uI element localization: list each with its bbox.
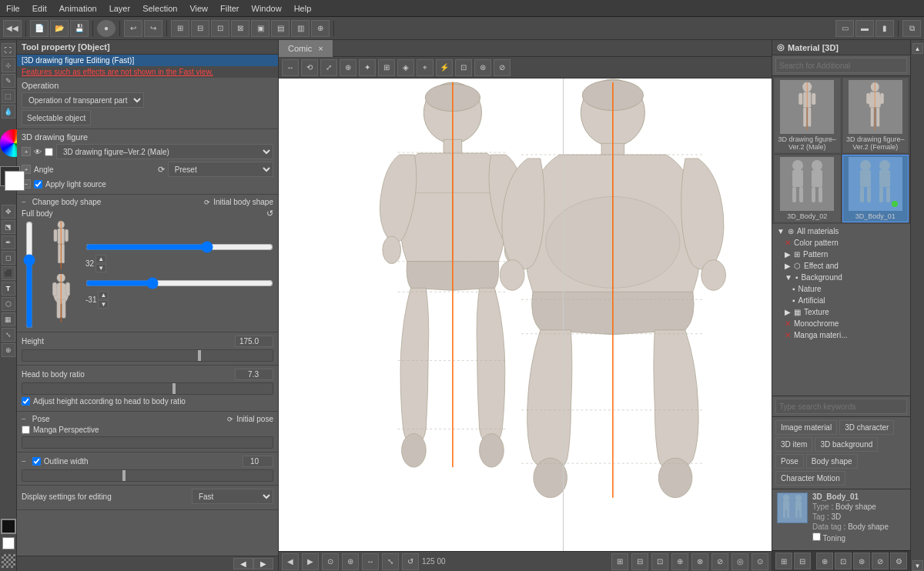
toolbar-op5[interactable]: ▣: [251, 20, 270, 37]
menu-window[interactable]: Window: [246, 2, 288, 15]
3d-tool-7[interactable]: ◈: [397, 59, 414, 76]
collapse-body[interactable]: −: [22, 198, 26, 206]
toolbar-save[interactable]: 💾: [70, 20, 89, 37]
canvas-bottom-right3[interactable]: ⊡: [651, 553, 668, 570]
collapse-outline[interactable]: −: [22, 457, 26, 466]
figure-check[interactable]: [45, 148, 53, 156]
expand-figure[interactable]: +: [22, 147, 31, 156]
3d-tool-11[interactable]: ⊛: [474, 59, 491, 76]
3d-tool-4[interactable]: ⊕: [340, 59, 357, 76]
vert-slider-1[interactable]: [23, 221, 35, 329]
canvas-tab-comic[interactable]: Comic ×: [279, 40, 333, 57]
toolbar-op7[interactable]: ▥: [291, 20, 310, 37]
mat-bottom-7[interactable]: ⚙: [890, 553, 907, 569]
outline-check[interactable]: [32, 457, 41, 466]
panel-next-btn[interactable]: ▶: [253, 558, 273, 569]
canvas-nav-left[interactable]: ◀: [282, 553, 299, 570]
toolbar-right1[interactable]: ⧉: [902, 20, 921, 37]
menu-selection[interactable]: Selection: [136, 2, 183, 15]
btn-3d-character[interactable]: 3D character: [839, 420, 894, 435]
toolbar-view2[interactable]: ▬: [855, 20, 874, 37]
mat-effect[interactable]: ▶ ⬡ Effect and: [774, 260, 909, 272]
mat-color-pattern[interactable]: ✕ Color pattern: [774, 237, 909, 249]
mat-texture[interactable]: ▶ ▦ Texture: [774, 306, 909, 318]
color-blocks[interactable]: [0, 166, 28, 194]
reset-icon[interactable]: ↺: [266, 209, 273, 219]
material-search-input[interactable]: [775, 58, 907, 73]
3d-tool-6[interactable]: ⊞: [378, 59, 395, 76]
btn-3d-background[interactable]: 3D background: [815, 437, 878, 452]
mat-bottom-4[interactable]: ⊡: [835, 553, 852, 569]
canvas-bottom-right5[interactable]: ⊗: [691, 553, 708, 570]
canvas-bottom-right2[interactable]: ⊟: [631, 553, 648, 570]
thumb-male-figure[interactable]: 3D drawing figure–Ver.2 (Male): [774, 78, 841, 153]
figure-select[interactable]: 3D drawing figure–Ver.2 (Male): [56, 144, 273, 159]
val2-up[interactable]: ▲: [98, 291, 109, 299]
btn-3d-item[interactable]: 3D item: [775, 437, 812, 452]
toolbar-redo[interactable]: ↪: [144, 20, 162, 37]
left-icon-gradient[interactable]: ▦: [2, 312, 15, 326]
left-icon-4[interactable]: ⬚: [2, 89, 15, 103]
btn-image-material[interactable]: Image material: [775, 420, 837, 435]
thumb-body02[interactable]: 3D_Body_02: [774, 155, 841, 222]
menu-filter[interactable]: Filter: [214, 2, 245, 15]
toolbar-op6[interactable]: ▤: [271, 20, 290, 37]
canvas-nav-right[interactable]: ▶: [302, 553, 319, 570]
left-icon-eraser[interactable]: ◻: [2, 251, 15, 265]
toolbar-open[interactable]: 📂: [50, 20, 69, 37]
angle-select[interactable]: Preset: [168, 162, 273, 177]
foreground-color[interactable]: [1, 519, 16, 534]
menu-animation[interactable]: Animation: [53, 2, 103, 15]
mat-all-materials[interactable]: ▼ ⊛ All materials: [774, 225, 909, 237]
toolbar-op2[interactable]: ⊟: [191, 20, 209, 37]
mat-artificial[interactable]: ▪ Artificial: [774, 295, 909, 306]
keyword-search-input[interactable]: [775, 399, 907, 414]
mat-bottom-1[interactable]: ⊞: [775, 553, 792, 569]
btn-character-motion[interactable]: Character Motion: [775, 471, 845, 486]
3d-tool-5[interactable]: ✦: [359, 59, 376, 76]
mat-monochrome[interactable]: ✕ Monochrome: [774, 318, 909, 329]
canvas-bottom-right6[interactable]: ⊘: [711, 553, 728, 570]
thumb-body01[interactable]: 3D_Body_01: [842, 155, 909, 222]
height-input[interactable]: [235, 336, 273, 347]
canvas-tool-1[interactable]: ⊙: [322, 553, 339, 570]
toolbar-undo[interactable]: ↩: [124, 20, 142, 37]
selectable-object-btn[interactable]: Selectable object: [22, 110, 91, 125]
mat-bottom-6[interactable]: ⊘: [872, 553, 889, 569]
mat-manga[interactable]: ✕ Manga materi...: [774, 329, 909, 341]
toolbar-view3[interactable]: ▮: [875, 20, 894, 37]
menu-help[interactable]: Help: [288, 2, 318, 15]
3d-tool-9[interactable]: ⚡: [436, 59, 453, 76]
toolbar-expand-left[interactable]: ◀◀: [3, 20, 22, 37]
left-icon-3[interactable]: ✎: [2, 74, 15, 88]
btn-pose[interactable]: Pose: [775, 454, 804, 469]
toolbar-op4[interactable]: ⊠: [231, 20, 249, 37]
toolbar-new[interactable]: 📄: [30, 20, 49, 37]
canvas-tool-4[interactable]: ⤡: [382, 553, 399, 570]
panel-prev-btn[interactable]: ◀: [233, 558, 253, 569]
outline-input[interactable]: [243, 456, 273, 467]
canvas-tool-2[interactable]: ⊛: [342, 553, 359, 570]
scroll-down-btn[interactable]: ▼: [912, 560, 923, 571]
menu-file[interactable]: File: [0, 2, 26, 15]
canvas-bottom-right1[interactable]: ⊞: [611, 553, 628, 570]
menu-view[interactable]: View: [183, 2, 214, 15]
operation-select[interactable]: Operation of transparent part: [22, 92, 144, 108]
left-icon-shape[interactable]: ⬡: [2, 297, 15, 311]
val1-down[interactable]: ▼: [95, 264, 106, 272]
mat-bottom-2[interactable]: ⊟: [794, 553, 811, 569]
val1-up[interactable]: ▲: [95, 255, 106, 263]
btn-body-shape[interactable]: Body shape: [806, 454, 858, 469]
mat-bottom-5[interactable]: ⊛: [853, 553, 870, 569]
scroll-up-btn[interactable]: ▲: [912, 43, 923, 54]
toolbar-circle[interactable]: ●: [97, 20, 116, 37]
mat-bottom-3[interactable]: ⊕: [816, 553, 833, 569]
left-icon-pen[interactable]: ✒: [2, 235, 15, 249]
eye-icon[interactable]: 👁: [34, 148, 42, 156]
3d-tool-1[interactable]: ↔: [282, 59, 299, 76]
mat-pattern[interactable]: ▶ ⊞ Pattern: [774, 249, 909, 260]
menu-edit[interactable]: Edit: [26, 2, 53, 15]
canvas-tool-5[interactable]: ↺: [402, 553, 419, 570]
left-icon-select[interactable]: ⬔: [2, 220, 15, 234]
canvas-bottom-right8[interactable]: ⊙: [752, 553, 768, 570]
